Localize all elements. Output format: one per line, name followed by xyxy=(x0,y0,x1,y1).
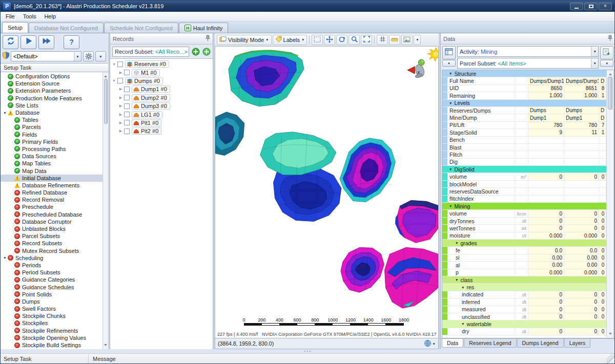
setup-item-point-solids[interactable]: Point Solids xyxy=(1,291,102,298)
grid-row-stage-solid[interactable]: Stage/Solid9111 xyxy=(442,129,606,136)
value-cell[interactable]: 0 xyxy=(564,210,599,217)
data-grid-scrollbar[interactable] xyxy=(606,70,613,338)
horizontal-splitter-handle[interactable] xyxy=(1,349,614,353)
setup-item-scheduling[interactable]: ▼Scheduling xyxy=(1,254,102,262)
value-cell[interactable]: 1.000 xyxy=(528,92,564,99)
value-cell[interactable] xyxy=(528,196,564,202)
value-cell[interactable]: 0.00 xyxy=(564,254,599,261)
setup-item-stockpile-refinements[interactable]: Stockpile Refinements xyxy=(1,327,102,334)
value-cell[interactable]: 0.00 xyxy=(564,262,599,268)
setup-tree-scrollbar[interactable] xyxy=(102,72,108,349)
value-cell[interactable]: 9 xyxy=(528,129,564,136)
title-bar[interactable]: P [demo6_20.1.263*] - Alastri Production… xyxy=(1,1,614,12)
setup-item-extension-source[interactable]: Extension Source xyxy=(1,80,102,87)
bottom-tab-dumps-legend[interactable]: Dumps Legend xyxy=(517,339,564,348)
value-cell[interactable] xyxy=(528,181,564,187)
setup-item-extension-parameters[interactable]: Extension Parameters xyxy=(1,87,102,94)
grid-section-grades[interactable]: ▼grades xyxy=(442,240,606,247)
value-cell[interactable]: 0 xyxy=(564,225,599,231)
setup-item-database-corruptor[interactable]: Database Corruptor xyxy=(1,218,102,225)
resize-grip[interactable] xyxy=(606,354,614,363)
value-cell[interactable]: Dump1 xyxy=(564,114,599,121)
setup-item-preschedule[interactable]: Preschedule xyxy=(1,203,102,210)
grid-row-si[interactable]: si0.000.000 xyxy=(442,254,606,262)
run-button[interactable] xyxy=(20,35,36,49)
setup-item-dumps[interactable]: Dumps xyxy=(1,298,102,305)
setup-item-site-lists[interactable]: Site Lists xyxy=(1,102,102,109)
grid-row-remaining[interactable]: Remaining1.0001.0001 xyxy=(442,92,606,99)
value-cell[interactable]: Dump1 xyxy=(528,114,564,121)
grid-row-p[interactable]: p0.0000.0000 xyxy=(442,269,606,276)
value-cell[interactable] xyxy=(564,144,599,151)
value-cell[interactable]: 0 xyxy=(564,328,599,335)
value-cell[interactable] xyxy=(564,181,599,187)
grid-section-structure[interactable]: ▼Structure xyxy=(442,70,606,77)
setup-item-primary-fields[interactable]: Primary Fields xyxy=(1,138,102,145)
value-cell[interactable]: 0 xyxy=(564,218,599,224)
value-cell[interactable] xyxy=(564,137,599,143)
grid-row-fe[interactable]: fe0.00.00 xyxy=(442,247,606,254)
menu-item-file[interactable]: File xyxy=(2,12,19,20)
setup-item-prescheduled-database[interactable]: Prescheduled Database xyxy=(1,211,102,218)
setup-item-map-data[interactable]: Map Data xyxy=(1,167,102,174)
bottom-tab-layers[interactable]: Layers xyxy=(564,339,591,348)
value-cell[interactable] xyxy=(528,137,564,143)
setup-item-stockpile-chunks[interactable]: Stockpile Chunks xyxy=(1,312,102,319)
orientation-gizmo[interactable]: x xyxy=(407,59,425,78)
tab-schedule-not-configured[interactable]: Schedule Not Configured xyxy=(104,23,178,33)
measure-button[interactable] xyxy=(389,35,400,45)
value-cell[interactable]: 0 xyxy=(564,173,599,180)
bottom-tab-reserves-legend[interactable]: Reserves Legend xyxy=(464,339,516,348)
setup-item-stockpile-opening-values[interactable]: Stockpile Opening Values xyxy=(1,334,102,341)
grid-row-bench[interactable]: Bench xyxy=(442,137,606,144)
zoom-button[interactable] xyxy=(348,35,360,45)
checkbox[interactable] xyxy=(124,112,130,117)
value-cell[interactable]: Dumps xyxy=(528,107,564,114)
value-cell[interactable]: Dumps/Dump1/7... xyxy=(564,77,599,84)
value-cell[interactable] xyxy=(528,151,564,158)
layout-button[interactable] xyxy=(442,46,456,59)
preset-settings-button[interactable] xyxy=(83,51,94,61)
menu-item-help[interactable]: Help xyxy=(40,12,60,20)
export-button[interactable] xyxy=(600,46,613,59)
add-record-button[interactable] xyxy=(202,47,211,56)
value-cell[interactable]: 780 xyxy=(564,122,599,129)
grid-row-dig[interactable]: Dig xyxy=(442,159,606,166)
grid-row-inferred[interactable]: inferreddt000 xyxy=(442,298,606,306)
pin-icon[interactable] xyxy=(608,35,612,42)
grid-row-volume[interactable]: volumebcm000 xyxy=(442,210,606,217)
grid-row-blockmodel[interactable]: blockModel xyxy=(442,181,606,188)
grid-row-full-name[interactable]: Full NameDumps/Dump1/7...Dumps/Dump1/7..… xyxy=(442,77,606,84)
record-subset-select[interactable]: Record Subset: <All Reco...> ▼ xyxy=(112,47,189,57)
setup-item-database[interactable]: ▼Database xyxy=(1,109,102,116)
checkbox[interactable] xyxy=(124,129,130,134)
setup-item-data-sources[interactable]: Data Sources xyxy=(1,153,102,160)
grid-row-indicated[interactable]: indicateddt000 xyxy=(442,291,606,298)
checkbox[interactable] xyxy=(124,95,130,100)
value-cell[interactable] xyxy=(564,188,599,195)
value-cell[interactable]: 0 xyxy=(528,306,564,313)
record-item-reserves-0[interactable]: ▼Reserves #0 xyxy=(110,60,213,68)
rectangle-select-button[interactable] xyxy=(312,35,323,45)
setup-item-period-subsets[interactable]: Period Subsets xyxy=(1,269,102,276)
value-cell[interactable]: 0 xyxy=(528,210,564,217)
grid-row-wettonnes[interactable]: wetTonneswt000 xyxy=(442,225,606,232)
value-cell[interactable]: 0 xyxy=(528,218,564,224)
grid-row-volume[interactable]: volumem³000 xyxy=(442,173,606,180)
value-cell[interactable]: 0 xyxy=(528,225,564,231)
activity-select[interactable]: Activity: Mining ▼ xyxy=(457,46,599,57)
run-all-button[interactable] xyxy=(38,35,54,49)
setup-item-fields[interactable]: Fields xyxy=(1,131,102,138)
pin-icon[interactable] xyxy=(206,35,210,42)
value-cell[interactable]: 0.000 xyxy=(528,269,564,276)
checkbox[interactable] xyxy=(117,61,123,67)
setup-item-database-refinements[interactable]: Database Refinements xyxy=(1,182,102,189)
record-item-dump1-0[interactable]: ▶Dump1 #0 xyxy=(110,85,213,93)
value-cell[interactable] xyxy=(564,159,599,165)
record-item-dump3-0[interactable]: ▶Dump3 #0 xyxy=(110,102,213,110)
value-cell[interactable]: 0 xyxy=(564,298,599,305)
record-item-m1-0[interactable]: ▶M1 #0 xyxy=(110,68,213,76)
help-button[interactable]: ? xyxy=(64,35,79,49)
grid-row-pit-lift[interactable]: Pit/Lift7807807 xyxy=(442,122,606,129)
value-cell[interactable]: 0 xyxy=(564,313,599,320)
